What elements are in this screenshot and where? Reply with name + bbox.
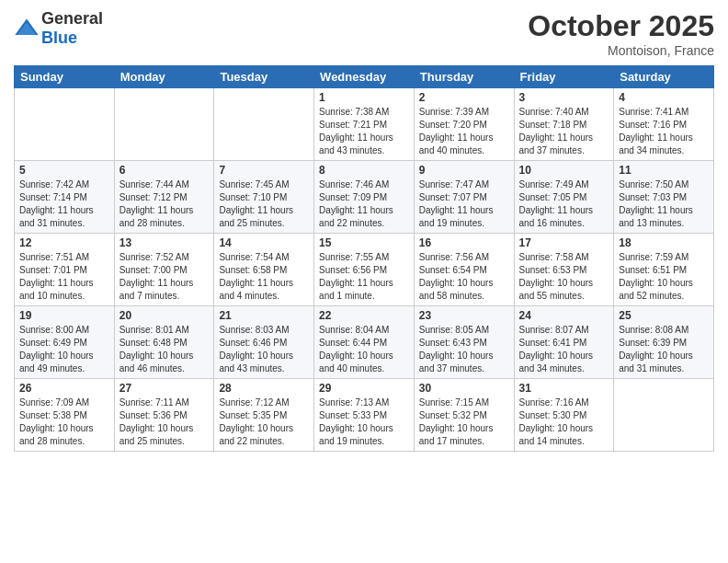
day-info: Sunrise: 7:52 AMSunset: 7:00 PMDaylight:… <box>119 251 210 303</box>
day-number: 14 <box>219 236 309 249</box>
day-info: Sunrise: 8:07 AMSunset: 6:41 PMDaylight:… <box>519 324 609 375</box>
day-info: Sunrise: 7:58 AMSunset: 6:53 PMDaylight:… <box>519 251 609 303</box>
day-number: 2 <box>419 91 509 104</box>
day-cell: 7Sunrise: 7:45 AMSunset: 7:10 PMDaylight… <box>214 161 314 234</box>
day-number: 24 <box>519 309 609 322</box>
week-row-5: 26Sunrise: 7:09 AMSunset: 5:38 PMDayligh… <box>15 379 714 452</box>
day-number: 16 <box>419 236 509 249</box>
day-cell: 6Sunrise: 7:44 AMSunset: 7:12 PMDaylight… <box>114 161 214 234</box>
day-cell: 30Sunrise: 7:15 AMSunset: 5:32 PMDayligh… <box>414 379 514 452</box>
day-info: Sunrise: 7:44 AMSunset: 7:12 PMDaylight:… <box>119 178 210 230</box>
day-number: 6 <box>119 164 210 177</box>
location: Montoison, France <box>528 43 714 58</box>
day-cell: 19Sunrise: 8:00 AMSunset: 6:49 PMDayligh… <box>15 306 115 379</box>
day-info: Sunrise: 7:55 AMSunset: 6:56 PMDaylight:… <box>319 251 409 303</box>
day-cell: 1Sunrise: 7:38 AMSunset: 7:21 PMDaylight… <box>314 88 415 161</box>
day-info: Sunrise: 7:40 AMSunset: 7:18 PMDaylight:… <box>519 106 609 157</box>
day-info: Sunrise: 7:45 AMSunset: 7:10 PMDaylight:… <box>219 178 309 230</box>
day-info: Sunrise: 7:59 AMSunset: 6:51 PMDaylight:… <box>619 251 709 303</box>
day-cell: 12Sunrise: 7:51 AMSunset: 7:01 PMDayligh… <box>15 234 115 306</box>
day-number: 31 <box>519 382 609 395</box>
day-info: Sunrise: 7:47 AMSunset: 7:07 PMDaylight:… <box>419 178 509 230</box>
day-number: 1 <box>319 91 409 104</box>
weekday-sunday: Sunday <box>15 66 115 88</box>
day-cell: 29Sunrise: 7:13 AMSunset: 5:33 PMDayligh… <box>314 379 415 452</box>
day-cell: 3Sunrise: 7:40 AMSunset: 7:18 PMDaylight… <box>514 88 614 161</box>
day-info: Sunrise: 7:13 AMSunset: 5:33 PMDaylight:… <box>319 396 409 448</box>
week-row-4: 19Sunrise: 8:00 AMSunset: 6:49 PMDayligh… <box>15 306 714 379</box>
day-info: Sunrise: 7:56 AMSunset: 6:54 PMDaylight:… <box>419 251 509 303</box>
day-cell <box>614 379 714 452</box>
weekday-wednesday: Wednesday <box>314 66 415 88</box>
day-info: Sunrise: 8:03 AMSunset: 6:46 PMDaylight:… <box>219 324 309 375</box>
weekday-monday: Monday <box>114 66 214 88</box>
day-info: Sunrise: 7:46 AMSunset: 7:09 PMDaylight:… <box>319 178 409 230</box>
day-info: Sunrise: 7:09 AMSunset: 5:38 PMDaylight:… <box>19 396 109 448</box>
day-number: 28 <box>219 382 309 395</box>
day-number: 25 <box>619 309 709 322</box>
day-cell: 26Sunrise: 7:09 AMSunset: 5:38 PMDayligh… <box>15 379 115 452</box>
weekday-saturday: Saturday <box>614 66 714 88</box>
day-info: Sunrise: 7:54 AMSunset: 6:58 PMDaylight:… <box>219 251 309 303</box>
day-cell <box>114 88 214 161</box>
day-number: 10 <box>519 164 609 177</box>
day-cell: 5Sunrise: 7:42 AMSunset: 7:14 PMDaylight… <box>15 161 115 234</box>
day-info: Sunrise: 7:51 AMSunset: 7:01 PMDaylight:… <box>19 251 109 303</box>
day-cell: 4Sunrise: 7:41 AMSunset: 7:16 PMDaylight… <box>614 88 714 161</box>
day-cell: 27Sunrise: 7:11 AMSunset: 5:36 PMDayligh… <box>114 379 214 452</box>
day-cell: 11Sunrise: 7:50 AMSunset: 7:03 PMDayligh… <box>614 161 714 234</box>
day-info: Sunrise: 8:08 AMSunset: 6:39 PMDaylight:… <box>619 324 709 375</box>
day-number: 27 <box>119 382 210 395</box>
day-info: Sunrise: 8:00 AMSunset: 6:49 PMDaylight:… <box>19 324 109 375</box>
day-cell: 9Sunrise: 7:47 AMSunset: 7:07 PMDaylight… <box>414 161 514 234</box>
logo: General Blue <box>14 9 103 48</box>
day-cell: 31Sunrise: 7:16 AMSunset: 5:30 PMDayligh… <box>514 379 614 452</box>
day-cell: 25Sunrise: 8:08 AMSunset: 6:39 PMDayligh… <box>614 306 714 379</box>
day-info: Sunrise: 8:04 AMSunset: 6:44 PMDaylight:… <box>319 324 409 375</box>
day-info: Sunrise: 8:05 AMSunset: 6:43 PMDaylight:… <box>419 324 509 375</box>
day-cell <box>214 88 314 161</box>
logo-icon <box>14 16 40 41</box>
month-title: October 2025 <box>528 9 714 43</box>
day-cell: 8Sunrise: 7:46 AMSunset: 7:09 PMDaylight… <box>314 161 415 234</box>
week-row-3: 12Sunrise: 7:51 AMSunset: 7:01 PMDayligh… <box>15 234 714 306</box>
day-info: Sunrise: 7:49 AMSunset: 7:05 PMDaylight:… <box>519 178 609 230</box>
day-number: 9 <box>419 164 509 177</box>
day-info: Sunrise: 7:41 AMSunset: 7:16 PMDaylight:… <box>619 106 709 157</box>
day-info: Sunrise: 7:42 AMSunset: 7:14 PMDaylight:… <box>19 178 109 230</box>
day-number: 30 <box>419 382 509 395</box>
day-cell: 18Sunrise: 7:59 AMSunset: 6:51 PMDayligh… <box>614 234 714 306</box>
day-cell: 13Sunrise: 7:52 AMSunset: 7:00 PMDayligh… <box>114 234 214 306</box>
day-number: 20 <box>119 309 210 322</box>
logo-blue: Blue <box>41 29 77 47</box>
day-cell: 23Sunrise: 8:05 AMSunset: 6:43 PMDayligh… <box>414 306 514 379</box>
day-cell: 2Sunrise: 7:39 AMSunset: 7:20 PMDaylight… <box>414 88 514 161</box>
day-cell: 16Sunrise: 7:56 AMSunset: 6:54 PMDayligh… <box>414 234 514 306</box>
day-cell: 22Sunrise: 8:04 AMSunset: 6:44 PMDayligh… <box>314 306 415 379</box>
day-info: Sunrise: 7:38 AMSunset: 7:21 PMDaylight:… <box>319 106 409 157</box>
day-cell: 15Sunrise: 7:55 AMSunset: 6:56 PMDayligh… <box>314 234 415 306</box>
day-info: Sunrise: 8:01 AMSunset: 6:48 PMDaylight:… <box>119 324 210 375</box>
header: General Blue October 2025 Montoison, Fra… <box>14 9 714 58</box>
day-number: 5 <box>19 164 109 177</box>
day-cell: 28Sunrise: 7:12 AMSunset: 5:35 PMDayligh… <box>214 379 314 452</box>
weekday-friday: Friday <box>514 66 614 88</box>
day-number: 7 <box>219 164 309 177</box>
logo-general: General <box>41 9 103 28</box>
page-container: General Blue October 2025 Montoison, Fra… <box>0 0 728 461</box>
day-cell: 20Sunrise: 8:01 AMSunset: 6:48 PMDayligh… <box>114 306 214 379</box>
day-number: 3 <box>519 91 609 104</box>
day-cell: 24Sunrise: 8:07 AMSunset: 6:41 PMDayligh… <box>514 306 614 379</box>
weekday-header-row: SundayMondayTuesdayWednesdayThursdayFrid… <box>15 66 714 88</box>
day-number: 18 <box>619 236 709 249</box>
weekday-thursday: Thursday <box>414 66 514 88</box>
day-info: Sunrise: 7:12 AMSunset: 5:35 PMDaylight:… <box>219 396 309 448</box>
day-number: 22 <box>319 309 409 322</box>
day-number: 13 <box>119 236 210 249</box>
day-info: Sunrise: 7:39 AMSunset: 7:20 PMDaylight:… <box>419 106 509 157</box>
day-cell: 21Sunrise: 8:03 AMSunset: 6:46 PMDayligh… <box>214 306 314 379</box>
day-number: 21 <box>219 309 309 322</box>
day-number: 19 <box>19 309 109 322</box>
week-row-1: 1Sunrise: 7:38 AMSunset: 7:21 PMDaylight… <box>15 88 714 161</box>
day-info: Sunrise: 7:15 AMSunset: 5:32 PMDaylight:… <box>419 396 509 448</box>
